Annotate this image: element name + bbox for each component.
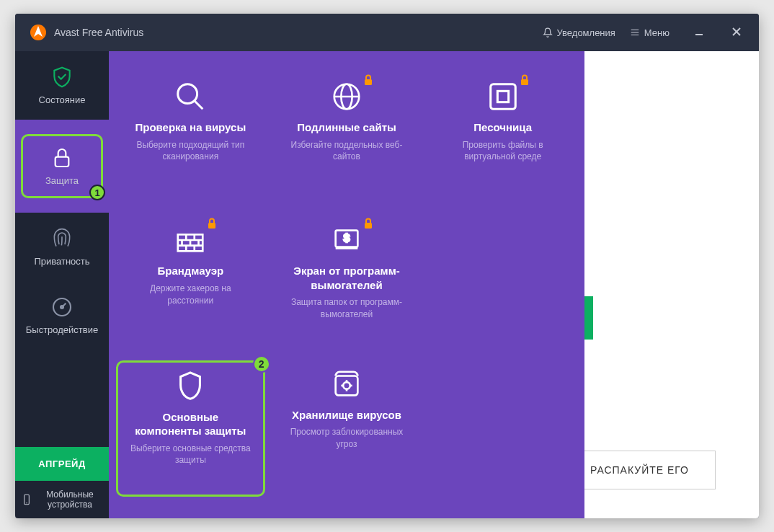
hamburger-icon [630,27,640,37]
notifications-button[interactable]: Уведомления [543,27,615,38]
tile-sandbox[interactable]: Песочница Проверить файлы в виртуальной … [428,73,577,209]
globe-icon [330,80,363,113]
svg-rect-37 [336,376,358,395]
mobile-icon [21,494,32,505]
svg-text:$: $ [344,231,350,244]
upgrade-button[interactable]: АПГРЕЙД [15,447,109,481]
tile-real-site[interactable]: Подлинные сайты Избегайте поддельных веб… [272,73,422,209]
protection-panel: Проверка на вирусы Выберите подходящий т… [109,51,584,518]
minimize-icon [694,27,704,37]
svg-point-38 [343,382,350,389]
app-title: Avast Free Antivirus [54,27,528,38]
close-icon [731,27,742,37]
sidebar-footer: АПГРЕЙД Мобильные устройства [15,447,109,518]
sidebar-item-performance[interactable]: Быстродействие [15,281,109,350]
menu-button[interactable]: Меню [630,27,670,38]
tile-firewall[interactable]: Брандмауэр Держите хакеров на расстоянии [116,216,265,353]
svg-rect-19 [490,84,515,110]
svg-point-13 [178,84,197,104]
svg-point-10 [61,306,63,309]
speedometer-icon [50,296,74,319]
tile-virus-scan[interactable]: Проверка на вирусы Выберите подходящий т… [116,73,265,209]
unpack-button[interactable]: РАСПАКУЙТЕ ЕГО [564,451,716,489]
tile-virus-chest[interactable]: Хранилище вирусов Просмотр заблокированн… [272,360,422,497]
sidebar-item-status[interactable]: Состояние [15,51,109,120]
sidebar-item-privacy[interactable]: Приватность [15,213,109,281]
sidebar-item-protection[interactable]: Защита 1 [15,120,109,213]
annotation-badge-1: 1 [89,185,105,200]
virus-chest-icon [330,368,363,401]
titlebar: Avast Free Antivirus Уведомления Меню [15,14,759,51]
sidebar: Состояние Защита 1 Приватность Быстродей… [15,51,109,518]
svg-line-14 [195,101,203,110]
fingerprint-icon [50,227,74,250]
avast-logo-icon [30,24,47,41]
svg-rect-18 [365,79,372,85]
ransomware-icon: $ [330,223,363,257]
firewall-icon [174,223,207,257]
premium-lock-icon [520,74,530,86]
svg-rect-21 [521,79,528,85]
app-window: Avast Free Antivirus Уведомления Меню РА… [15,14,759,518]
tile-ransomware-shield[interactable]: $ Экран от программ-вымогателей Защита п… [272,216,422,353]
premium-lock-icon [207,218,217,229]
lock-icon [50,146,74,169]
annotation-badge-2: 2 [253,355,270,373]
sandbox-icon [486,80,520,113]
svg-rect-20 [497,91,508,102]
magnifier-icon [174,80,207,113]
premium-lock-icon [363,74,373,86]
minimize-button[interactable] [691,24,707,42]
svg-rect-7 [55,157,69,167]
shield-check-icon [50,66,74,89]
close-button[interactable] [729,24,744,42]
mobile-devices-button[interactable]: Мобильные устройства [15,481,109,518]
highlight-1: Защита 1 [21,134,103,198]
tile-core-shields[interactable]: 2 Основные компоненты защиты Выберите ос… [116,360,265,497]
premium-lock-icon [363,218,373,229]
svg-rect-36 [365,223,372,229]
app-body: РАСПАКУЙТЕ ЕГО Состояние Защита 1 Приват… [15,51,759,518]
shield-icon [174,370,207,403]
svg-rect-32 [208,223,215,229]
bell-icon [543,27,553,37]
